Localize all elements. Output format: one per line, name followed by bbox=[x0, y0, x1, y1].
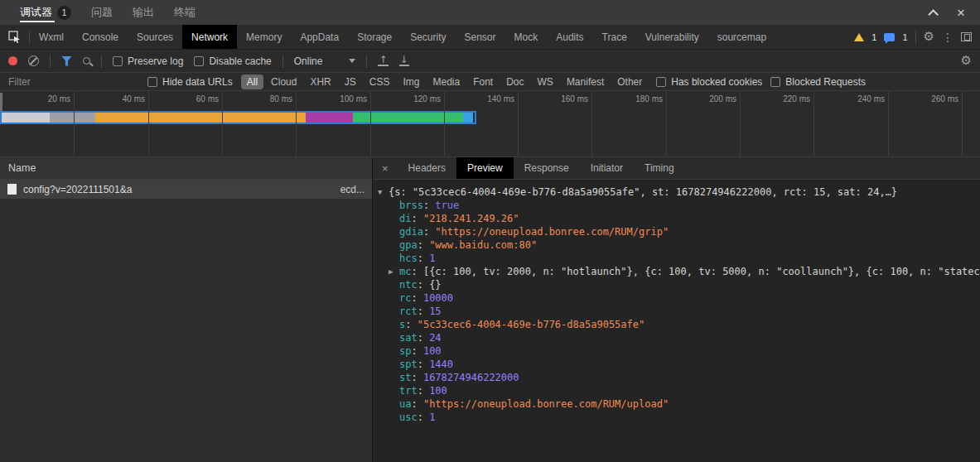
type-filter-img[interactable]: Img bbox=[397, 75, 425, 89]
throttling-dropdown[interactable]: Online bbox=[294, 55, 356, 67]
record-button[interactable] bbox=[8, 56, 17, 65]
type-filter-manifest[interactable]: Manifest bbox=[561, 75, 610, 89]
detail-tab-timing[interactable]: Timing bbox=[634, 157, 685, 179]
tab-appdata[interactable]: AppData bbox=[291, 25, 348, 49]
json-entry-di[interactable]: di: "218.241.249.26" bbox=[389, 212, 975, 225]
tab-memory[interactable]: Memory bbox=[237, 25, 291, 49]
window-tab-终端[interactable]: 终端 bbox=[164, 0, 205, 25]
json-entry-trt[interactable]: trt: 100 bbox=[389, 384, 975, 397]
chevron-down-icon bbox=[349, 59, 355, 63]
type-filter-css[interactable]: CSS bbox=[364, 75, 396, 89]
window-tab-问题[interactable]: 问题 bbox=[81, 0, 123, 25]
tab-trace[interactable]: Trace bbox=[593, 25, 636, 49]
detail-tab-preview[interactable]: Preview bbox=[456, 157, 514, 179]
json-colon: : bbox=[411, 372, 422, 383]
type-filter-ws[interactable]: WS bbox=[532, 75, 559, 89]
expander-spacer bbox=[389, 238, 399, 252]
window-close-icon[interactable]: × bbox=[957, 6, 965, 20]
expand-arrow-icon[interactable]: ▼ bbox=[378, 185, 389, 199]
import-har-icon[interactable]: ↑ bbox=[378, 55, 388, 66]
request-row[interactable]: config?v=2022111501&a ecd... bbox=[0, 180, 372, 199]
type-filter-cloud[interactable]: Cloud bbox=[265, 75, 302, 89]
tab-security[interactable]: Security bbox=[401, 25, 455, 49]
expand-arrow-icon[interactable]: ▶ bbox=[389, 265, 399, 278]
filter-toggle-icon[interactable] bbox=[61, 56, 72, 66]
json-root-line[interactable]: ▼{s: "5c33cec6-4004-469e-b776-d8a5a9055a… bbox=[378, 185, 975, 199]
tab-storage[interactable]: Storage bbox=[348, 25, 401, 49]
requests-panel: Name config?v=2022111501&a ecd... bbox=[0, 157, 373, 462]
expander-spacer bbox=[389, 358, 399, 371]
tab-wxml[interactable]: Wxml bbox=[30, 25, 73, 49]
json-entry-usc[interactable]: usc: 1 bbox=[389, 411, 975, 424]
expander-spacer bbox=[389, 411, 399, 424]
type-filter-js[interactable]: JS bbox=[339, 75, 362, 89]
json-entry-sp[interactable]: sp: 100 bbox=[389, 344, 975, 358]
json-value-number: 1440 bbox=[429, 359, 453, 370]
timeline-gridline bbox=[148, 91, 149, 156]
json-entries: brss: true di: "218.241.249.26" gdia: "h… bbox=[378, 199, 975, 424]
type-filter-all[interactable]: All bbox=[241, 75, 263, 89]
dock-window-icon[interactable] bbox=[961, 32, 972, 41]
tab-sensor[interactable]: Sensor bbox=[456, 25, 505, 49]
inspect-element-button[interactable] bbox=[0, 31, 29, 43]
json-entry-hcs[interactable]: hcs: 1 bbox=[389, 252, 975, 265]
tab-sourcemap[interactable]: sourcemap bbox=[708, 25, 775, 49]
collapse-icon[interactable] bbox=[928, 9, 939, 20]
detail-close-icon[interactable]: × bbox=[373, 157, 398, 179]
divider bbox=[915, 31, 916, 44]
type-filter-doc[interactable]: Doc bbox=[500, 75, 529, 89]
json-key: gpa bbox=[399, 239, 418, 251]
message-icon[interactable] bbox=[884, 33, 895, 41]
hide-data-urls-checkbox[interactable]: Hide data URLs bbox=[147, 76, 233, 88]
preserve-log-checkbox[interactable]: Preserve log bbox=[113, 55, 183, 67]
json-value-string: "www.baidu.com:80" bbox=[429, 239, 537, 251]
timeline-tick-label: 60 ms bbox=[171, 94, 219, 103]
tab-sources[interactable]: Sources bbox=[128, 25, 182, 49]
settings-gear-icon[interactable]: ⚙ bbox=[924, 31, 934, 43]
window-tab-调试器[interactable]: 调试器1 bbox=[10, 0, 81, 25]
json-entry-ua[interactable]: ua: "https://oneupload.bonree.com/RUM/up… bbox=[389, 397, 975, 411]
filter-input[interactable] bbox=[8, 76, 139, 88]
name-column-header[interactable]: Name bbox=[0, 157, 372, 180]
network-settings-gear-icon[interactable]: ⚙ bbox=[961, 55, 972, 67]
tab-network[interactable]: Network bbox=[182, 25, 237, 49]
type-filter-media[interactable]: Media bbox=[427, 75, 466, 89]
clear-button[interactable] bbox=[28, 55, 39, 66]
detail-tab-headers[interactable]: Headers bbox=[398, 157, 456, 179]
window-tab-label: 调试器 bbox=[20, 5, 52, 20]
tab-audits[interactable]: Audits bbox=[547, 25, 592, 49]
detail-tab-initiator[interactable]: Initiator bbox=[580, 157, 634, 179]
json-entry-ntc[interactable]: ntc: {} bbox=[389, 278, 975, 291]
json-key: sp bbox=[399, 345, 411, 357]
network-overview-timeline[interactable]: 20 ms40 ms60 ms80 ms100 ms120 ms140 ms16… bbox=[0, 91, 980, 157]
json-entry-s[interactable]: s: "5c33cec6-4004-469e-b776-d8a5a9055afe… bbox=[389, 318, 975, 331]
has-blocked-cookies-checkbox[interactable]: Has blocked cookies bbox=[656, 76, 762, 88]
json-colon: : bbox=[418, 253, 429, 264]
json-entry-rc[interactable]: rc: 10000 bbox=[389, 291, 975, 305]
warning-icon[interactable] bbox=[854, 33, 864, 41]
json-value-number: 100 bbox=[429, 385, 447, 397]
search-icon[interactable] bbox=[83, 57, 90, 65]
expander-spacer bbox=[389, 278, 399, 291]
tab-mock[interactable]: Mock bbox=[505, 25, 548, 49]
json-entry-brss[interactable]: brss: true bbox=[389, 199, 975, 212]
json-entry-mc[interactable]: ▶mc: [{c: 100, tv: 2000, n: "hotlaunch"}… bbox=[389, 265, 975, 278]
type-filter-xhr[interactable]: XHR bbox=[304, 75, 336, 89]
more-menu-icon[interactable]: ⋮ bbox=[942, 31, 953, 44]
type-filter-other[interactable]: Other bbox=[611, 75, 648, 89]
tab-vulnerability[interactable]: Vulnerability bbox=[636, 25, 708, 49]
type-filter-font[interactable]: Font bbox=[467, 75, 499, 89]
json-entry-rct[interactable]: rct: 15 bbox=[389, 305, 975, 318]
json-entry-spt[interactable]: spt: 1440 bbox=[389, 358, 975, 371]
disable-cache-checkbox[interactable]: Disable cache bbox=[194, 55, 271, 67]
json-entry-gpa[interactable]: gpa: "www.baidu.com:80" bbox=[389, 238, 975, 252]
json-entry-gdia[interactable]: gdia: "https://oneupload.bonree.com/RUM/… bbox=[389, 225, 975, 238]
detail-tab-response[interactable]: Response bbox=[514, 157, 580, 179]
tab-console[interactable]: Console bbox=[73, 25, 128, 49]
export-har-icon[interactable]: ↓ bbox=[399, 55, 409, 66]
expander-spacer bbox=[389, 331, 399, 344]
window-tab-输出[interactable]: 输出 bbox=[123, 0, 164, 25]
json-entry-sat[interactable]: sat: 24 bbox=[389, 331, 975, 344]
blocked-requests-checkbox[interactable]: Blocked Requests bbox=[770, 76, 866, 88]
json-entry-st[interactable]: st: 1678274946222000 bbox=[389, 371, 975, 384]
